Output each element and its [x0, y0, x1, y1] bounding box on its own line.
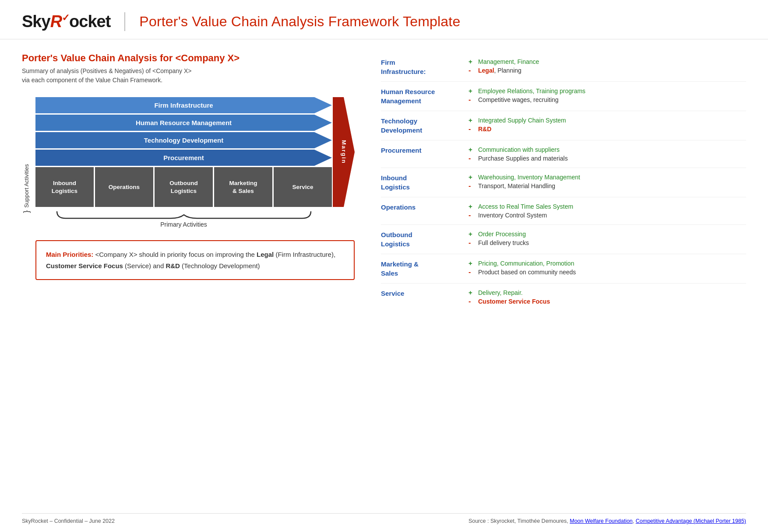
- primary-cell-operations: Operations: [95, 167, 153, 207]
- support-row-tech: Technology Development: [35, 132, 332, 148]
- primary-cell-outbound: OutboundLogistics: [155, 167, 213, 207]
- category-operations: Operations: [381, 203, 460, 212]
- right-row-procurement: Procurement + Communication with supplie…: [381, 140, 746, 168]
- details-hr: + Employee Relations, Training programs …: [469, 87, 746, 104]
- logo-tick: ✓: [62, 12, 69, 23]
- details-firm: + Management, Finance - Legal, Planning: [469, 58, 746, 74]
- primary-cell-marketing: Marketing& Sales: [214, 167, 272, 207]
- details-procurement: + Communication with suppliers - Purchas…: [469, 146, 746, 162]
- details-operations: + Access to Real Time Sales System - Inv…: [469, 203, 746, 219]
- primary-activities-label-area: Primary Activities: [35, 210, 332, 228]
- detail-firm-1: + Management, Finance: [469, 58, 746, 65]
- right-panel: FirmInfrastructure: + Management, Financ…: [381, 52, 746, 311]
- category-procurement: Procurement: [381, 146, 460, 155]
- category-tech: TechnologyDevelopment: [381, 116, 460, 135]
- footer: SkyRocket – Confidential – June 2022 Sou…: [22, 513, 746, 524]
- category-inbound: InboundLogistics: [381, 173, 460, 192]
- detail-tech-2: - R&D: [469, 125, 746, 133]
- section-title: Porter's Value Chain Analysis for <Compa…: [22, 52, 355, 64]
- detail-hr-1: + Employee Relations, Training programs: [469, 87, 746, 94]
- category-hr: Human ResourceManagement: [381, 87, 460, 105]
- footer-link-competitive[interactable]: Competitive Advantage (Michael Porter 19…: [636, 518, 746, 524]
- primary-cell-inbound: InboundLogistics: [35, 167, 94, 207]
- priorities-box: Main Priorities: <Company X> should in p…: [35, 240, 355, 280]
- support-activities-label: } Support Activities: [22, 164, 31, 213]
- detail-inbound-1: + Warehousing, Inventory Management: [469, 173, 746, 181]
- detail-mkt-1: + Pricing, Communication, Promotion: [469, 259, 746, 267]
- logo-ocket: ocket: [69, 12, 110, 31]
- detail-svc-2: - Customer Service Focus: [469, 298, 746, 305]
- detail-proc-2: - Purchase Supplies and materials: [469, 154, 746, 162]
- logo-sky: Sky: [22, 12, 50, 31]
- logo-r: R: [50, 12, 62, 31]
- detail-mkt-2: - Product based on community needs: [469, 268, 746, 276]
- detail-ops-2: - Inventory Control System: [469, 211, 746, 219]
- detail-out-2: - Full delivery trucks: [469, 239, 746, 247]
- detail-svc-1: + Delivery, Repair.: [469, 289, 746, 296]
- right-row-service: Service + Delivery, Repair. - Customer S…: [381, 284, 746, 311]
- right-row-outbound: OutboundLogistics + Order Processing - F…: [381, 225, 746, 254]
- category-marketing: Marketing &Sales: [381, 259, 460, 278]
- left-panel: Porter's Value Chain Analysis for <Compa…: [22, 52, 355, 311]
- detail-out-1: + Order Processing: [469, 230, 746, 238]
- right-row-firm: FirmInfrastructure: + Management, Financ…: [381, 52, 746, 82]
- details-tech: + Integrated Supply Chain System - R&D: [469, 116, 746, 133]
- detail-inbound-2: - Transport, Material Handling: [469, 182, 746, 190]
- value-chain-diagram: Firm Infrastructure Human Resource Manag…: [35, 97, 355, 207]
- detail-tech-1: + Integrated Supply Chain System: [469, 116, 746, 124]
- category-firm: FirmInfrastructure:: [381, 58, 460, 76]
- section-subtitle: Summary of analysis (Positives & Negativ…: [22, 66, 355, 85]
- primary-cell-service: Service: [274, 167, 332, 207]
- right-row-hr: Human ResourceManagement + Employee Rela…: [381, 82, 746, 111]
- details-outbound: + Order Processing - Full delivery truck…: [469, 230, 746, 247]
- detail-hr-2: - Competitive wages, recruiting: [469, 96, 746, 104]
- header: SkyR✓ocket Porter's Value Chain Analysis…: [0, 0, 768, 39]
- right-row-inbound: InboundLogistics + Warehousing, Inventor…: [381, 168, 746, 197]
- support-row-firm: Firm Infrastructure: [35, 97, 332, 113]
- brace-svg: [53, 210, 315, 220]
- support-row-hr: Human Resource Management: [35, 115, 332, 131]
- primary-activities-row: InboundLogistics Operations OutboundLogi…: [35, 167, 332, 207]
- detail-firm-2: - Legal, Planning: [469, 66, 746, 74]
- footer-link-moon[interactable]: Moon Welfare Foundation: [570, 518, 633, 524]
- margin-arrow: Margin: [333, 97, 355, 207]
- right-row-operations: Operations + Access to Real Time Sales S…: [381, 197, 746, 225]
- detail-proc-1: + Communication with suppliers: [469, 146, 746, 153]
- support-row-procurement: Procurement: [35, 150, 332, 166]
- page-title: Porter's Value Chain Analysis Framework …: [139, 14, 460, 30]
- category-service: Service: [381, 289, 460, 298]
- right-row-marketing: Marketing &Sales + Pricing, Communicatio…: [381, 254, 746, 284]
- details-marketing: + Pricing, Communication, Promotion - Pr…: [469, 259, 746, 276]
- logo: SkyR✓ocket: [22, 12, 125, 31]
- primary-activities-text: Primary Activities: [160, 221, 207, 228]
- detail-ops-1: + Access to Real Time Sales System: [469, 203, 746, 210]
- footer-right: Source : Skyrocket, Timothée Demoures, M…: [469, 518, 746, 524]
- details-inbound: + Warehousing, Inventory Management - Tr…: [469, 173, 746, 190]
- right-row-tech: TechnologyDevelopment + Integrated Suppl…: [381, 111, 746, 140]
- footer-left: SkyRocket – Confidential – June 2022: [22, 518, 115, 524]
- margin-label: Margin: [341, 140, 347, 164]
- details-service: + Delivery, Repair. - Customer Service F…: [469, 289, 746, 305]
- main-content: Porter's Value Chain Analysis for <Compa…: [0, 39, 768, 319]
- category-outbound: OutboundLogistics: [381, 230, 460, 248]
